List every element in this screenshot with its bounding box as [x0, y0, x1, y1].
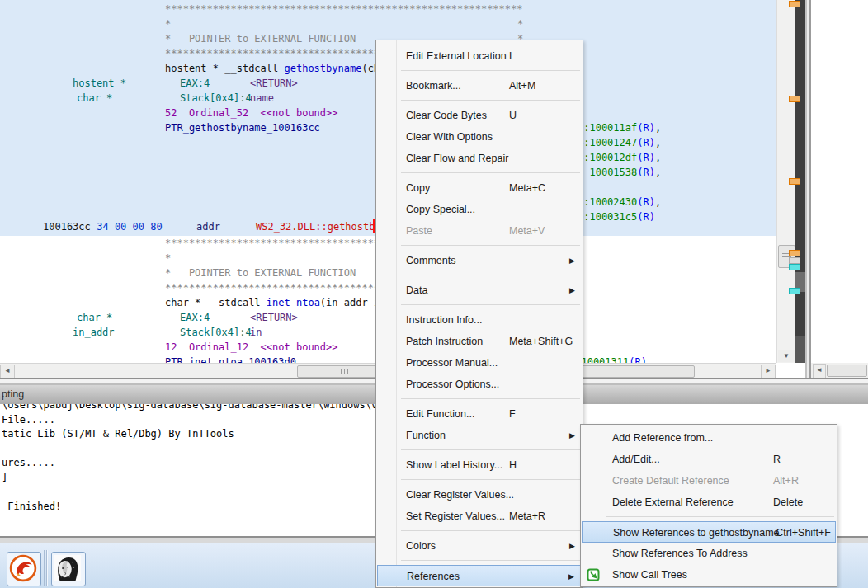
menu-item-add-edit[interactable]: Add/Edit...R	[582, 449, 836, 470]
menu-item-shortcut: Meta+R	[509, 506, 545, 527]
listing-field: char * __stdcall inet_ntoa(in_addr i	[165, 296, 380, 309]
navigation-marker-bar[interactable]	[795, 0, 805, 363]
menu-item-shortcut: Meta+V	[509, 220, 545, 242]
menu-item-copy[interactable]: CopyMeta+C	[377, 177, 582, 199]
menu-item-label: Edit Function...	[406, 403, 474, 425]
right-panel-h-scrollbar-thumb[interactable]	[827, 365, 867, 377]
listing-field: 100163cc	[43, 220, 91, 233]
taskbar-button-ghidra[interactable]	[7, 552, 41, 586]
menu-separator	[401, 169, 580, 177]
orange-marker[interactable]	[789, 250, 800, 256]
listing-field: f:10002430(R),	[578, 195, 661, 209]
menu-item-clear-register-values[interactable]: Clear Register Values...	[377, 484, 582, 506]
menu-item-label: Data	[406, 280, 427, 301]
listing-field: ****************************************…	[165, 2, 522, 16]
menu-item-label: Copy	[406, 177, 430, 199]
menu-separator	[401, 242, 580, 250]
menu-item-label: Bookmark...	[406, 75, 461, 96]
menu-item-label: Comments	[406, 250, 455, 271]
listing-line[interactable]: **	[0, 17, 776, 31]
right-panel-h-scrollbar[interactable]: ◄	[811, 363, 868, 378]
menu-item-data[interactable]: Data▶	[377, 280, 582, 301]
scroll-down-icon[interactable]: ▼	[778, 350, 795, 362]
menu-item-add-reference-from[interactable]: Add Reference from...	[582, 427, 836, 449]
menu-item-references[interactable]: References▶	[377, 565, 582, 586]
listing-field: in	[250, 326, 262, 339]
listing-field: 4:100012df(R),	[578, 151, 661, 164]
menu-item-shortcut: Meta+C	[509, 177, 545, 199]
gray-marker[interactable]	[789, 257, 800, 264]
menu-item-clear-with-options[interactable]: Clear With Options	[377, 126, 582, 148]
menu-item-label: Instruction Info...	[406, 309, 482, 331]
listing-field: 34 00 00 80	[91, 220, 163, 233]
submenu-arrow-icon: ▶	[568, 566, 574, 587]
menu-item-edit-function[interactable]: Edit Function...F	[377, 403, 582, 425]
taskbar-button-tool[interactable]	[51, 552, 86, 586]
right-panel[interactable]: ◄	[811, 0, 868, 378]
listing-cursor	[373, 219, 375, 233]
listing-field: EAX:4	[180, 311, 210, 324]
marker-bar-segment	[795, 336, 805, 363]
cyan-marker[interactable]	[789, 264, 800, 270]
menu-item-label: Edit External Location	[406, 45, 507, 67]
menu-item-function[interactable]: Function▶	[377, 425, 582, 446]
menu-item-delete-external-reference[interactable]: Delete External ReferenceDelete	[582, 492, 836, 513]
menu-item-colors[interactable]: Colors▶	[377, 535, 582, 557]
menu-item-shortcut: Meta+Shift+G	[509, 331, 573, 352]
orange-marker[interactable]	[789, 1, 800, 7]
menu-item-instruction-info[interactable]: Instruction Info...	[377, 309, 582, 331]
menu-item-label: Show Label History...	[406, 454, 502, 476]
menu-item-processor-manual[interactable]: Processor Manual...	[377, 352, 582, 374]
menu-item-clear-code-bytes[interactable]: Clear Code BytesU	[377, 105, 582, 126]
listing-line[interactable]: ****************************************…	[0, 2, 776, 16]
menu-item-label: Copy Special...	[406, 199, 475, 220]
menu-item-shortcut: L	[509, 45, 515, 67]
orange-marker[interactable]	[789, 96, 800, 102]
menu-item-label: Processor Options...	[406, 374, 499, 395]
menu-item-label: Set Register Values...	[406, 506, 505, 527]
menu-item-shortcut: Ctrl+Shift+F	[776, 522, 831, 543]
menu-item-show-call-trees[interactable]: Show Call Trees	[582, 564, 836, 586]
menu-item-label: Show Call Trees	[612, 564, 687, 586]
listing-field: EAX:4	[180, 77, 210, 90]
listing-field: Stack[0x4]:4	[180, 92, 252, 105]
menu-separator	[401, 301, 580, 309]
listing-field: *	[517, 17, 523, 31]
menu-item-create-default-reference[interactable]: Create Default ReferenceAlt+R	[582, 470, 836, 492]
menu-item-show-references-to-gethostbyname[interactable]: Show References to gethostbynameCtrl+Shi…	[582, 521, 836, 543]
menu-item-label: Function	[406, 425, 446, 446]
menu-item-label: Clear Register Values...	[406, 484, 514, 506]
cyan-marker[interactable]	[789, 288, 800, 294]
menu-separator	[401, 271, 580, 280]
menu-item-edit-external-location[interactable]: Edit External LocationL	[377, 45, 582, 67]
menu-item-label: Paste	[406, 220, 432, 242]
menu-item-processor-options[interactable]: Processor Options...	[377, 374, 582, 395]
menu-item-paste[interactable]: PasteMeta+V	[377, 220, 582, 242]
orange-marker[interactable]	[789, 178, 800, 185]
scroll-left-icon[interactable]: ◄	[813, 364, 826, 379]
submenu-arrow-icon: ▶	[569, 280, 575, 301]
menu-item-label: Patch Instruction	[406, 331, 483, 352]
references-submenu: Add Reference from...Add/Edit...RCreate …	[580, 424, 837, 587]
menu-item-shortcut: Alt+R	[773, 470, 799, 492]
listing-field: * POINTER to EXTERNAL FUNCTION	[165, 266, 356, 280]
menu-item-label: Create Default Reference	[612, 470, 729, 492]
listing-field: *	[165, 252, 171, 265]
menu-item-comments[interactable]: Comments▶	[377, 250, 582, 271]
menu-item-set-register-values[interactable]: Set Register Values...Meta+R	[377, 506, 582, 527]
listing-field: , 10001538(R),	[578, 166, 661, 179]
listing-context-menu: Edit External LocationLBookmark...Alt+MC…	[375, 40, 583, 588]
menu-item-copy-special[interactable]: Copy Special...	[377, 199, 582, 220]
menu-item-label: Clear Flow and Repair	[406, 148, 508, 169]
menu-item-clear-flow-and-repair[interactable]: Clear Flow and Repair	[377, 148, 582, 169]
menu-item-show-references-to-address[interactable]: Show References To Address	[582, 543, 836, 564]
taskbar-divider	[44, 550, 48, 586]
menu-item-show-label-history[interactable]: Show Label History...H	[377, 454, 582, 476]
menu-item-bookmark[interactable]: Bookmark...Alt+M	[377, 75, 582, 96]
listing-field: WS2_32.DLL::gethostb	[256, 220, 375, 233]
menu-item-patch-instruction[interactable]: Patch InstructionMeta+Shift+G	[377, 331, 582, 352]
listing-field: * POINTER to EXTERNAL FUNCTION	[165, 32, 356, 45]
menu-item-shortcut: F	[509, 403, 516, 425]
menu-item-label: Add Reference from...	[612, 427, 713, 449]
listing-field: hostent * __stdcall gethostbyname(ch	[165, 62, 380, 75]
